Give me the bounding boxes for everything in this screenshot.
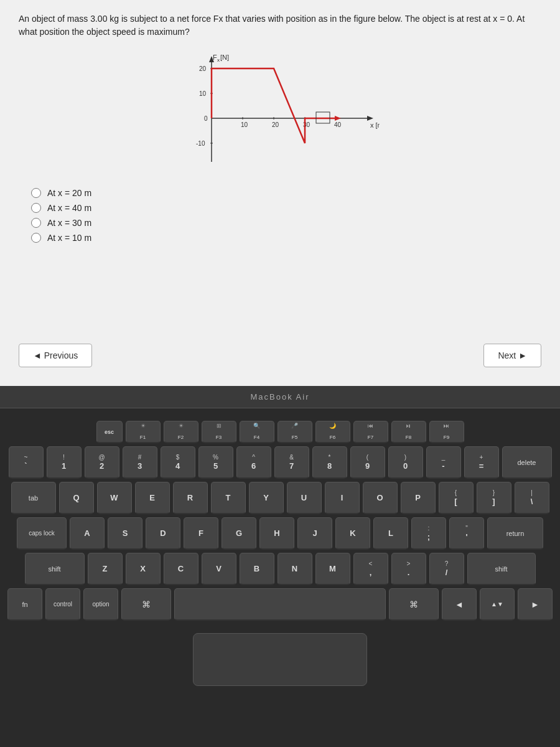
key-arrow-up-down: ▲ ▼: [480, 588, 515, 621]
option-c-label: At x = 30 m: [47, 218, 91, 228]
key-return[interactable]: return: [487, 517, 543, 550]
key-9[interactable]: (9: [350, 446, 385, 479]
key-d[interactable]: D: [146, 517, 180, 550]
svg-text:20: 20: [272, 121, 279, 128]
key-u[interactable]: U: [287, 482, 322, 514]
key-shift-right[interactable]: shift: [467, 553, 536, 585]
key-equals[interactable]: +=: [464, 446, 499, 479]
asdf-row: caps lock A S D F G H J K L :; "' return: [6, 517, 554, 550]
key-y[interactable]: Y: [249, 482, 284, 514]
key-f1[interactable]: ☀ F1: [126, 421, 161, 443]
key-f4[interactable]: 🔍 F4: [240, 421, 274, 443]
key-6[interactable]: ^6: [236, 446, 271, 479]
key-arrow-right[interactable]: ►: [518, 588, 553, 621]
key-1[interactable]: !1: [47, 446, 82, 479]
key-4[interactable]: $4: [161, 446, 195, 479]
key-k[interactable]: K: [335, 517, 370, 550]
key-m[interactable]: M: [315, 553, 350, 585]
key-i[interactable]: I: [325, 482, 360, 514]
fn-key-row: esc ☀ F1 ☀ F2 ⊞ F3 🔍 F4 🎤 F5 🌙: [6, 421, 554, 443]
key-v[interactable]: V: [202, 553, 236, 585]
key-delete[interactable]: delete: [502, 446, 552, 479]
key-x[interactable]: X: [126, 553, 161, 585]
key-e[interactable]: E: [135, 482, 170, 514]
svg-text:0: 0: [204, 115, 208, 122]
macbook-label: MacBook Air: [251, 392, 310, 402]
trackpad[interactable]: [193, 633, 367, 686]
nav-buttons: ◄ Previous Next ►: [19, 344, 541, 367]
key-semicolon[interactable]: :;: [411, 517, 446, 550]
key-w[interactable]: W: [97, 482, 132, 514]
key-8[interactable]: *8: [312, 446, 347, 479]
key-c[interactable]: C: [164, 553, 198, 585]
key-s[interactable]: S: [108, 517, 142, 550]
key-space[interactable]: [174, 588, 386, 621]
key-comma[interactable]: <,: [353, 553, 388, 585]
key-f5[interactable]: 🎤 F5: [278, 421, 312, 443]
key-tab[interactable]: tab: [11, 482, 56, 514]
key-control[interactable]: control: [45, 588, 80, 621]
key-f9[interactable]: ⏭ F9: [429, 421, 464, 443]
macbook-label-strip: MacBook Air: [0, 386, 560, 408]
zxcv-row: shift Z X C V B N M <, >. ?/ shift: [6, 553, 554, 585]
key-minus[interactable]: _-: [426, 446, 461, 479]
key-quote[interactable]: "': [449, 517, 484, 550]
option-d[interactable]: At x = 10 m: [31, 233, 541, 243]
key-2[interactable]: @2: [85, 446, 119, 479]
bottom-row: fn control option ⌘ ⌘ ◄ ▲ ▼: [6, 588, 554, 621]
key-arrow-left[interactable]: ◄: [442, 588, 477, 621]
next-button[interactable]: Next ►: [483, 344, 541, 367]
key-f2[interactable]: ☀ F2: [164, 421, 198, 443]
radio-b[interactable]: [31, 203, 41, 213]
svg-text:30: 30: [303, 121, 310, 128]
key-z[interactable]: Z: [88, 553, 123, 585]
key-n[interactable]: N: [278, 553, 312, 585]
key-caps-lock[interactable]: caps lock: [17, 517, 67, 550]
svg-text:F: F: [213, 54, 217, 61]
key-7[interactable]: &7: [274, 446, 309, 479]
svg-text:x [m]: x [m]: [370, 121, 380, 129]
key-3[interactable]: #3: [123, 446, 157, 479]
key-period[interactable]: >.: [391, 553, 426, 585]
option-a[interactable]: At x = 20 m: [31, 188, 541, 198]
option-c[interactable]: At x = 30 m: [31, 218, 541, 228]
key-f[interactable]: F: [184, 517, 218, 550]
key-fn[interactable]: fn: [7, 588, 42, 621]
radio-c[interactable]: [31, 218, 41, 228]
key-f7[interactable]: ⏮ F7: [353, 421, 388, 443]
key-b[interactable]: B: [240, 553, 274, 585]
key-f6[interactable]: 🌙 F6: [315, 421, 350, 443]
option-b[interactable]: At x = 40 m: [31, 203, 541, 213]
option-b-label: At x = 40 m: [47, 203, 91, 213]
radio-d[interactable]: [31, 233, 41, 243]
key-o[interactable]: O: [363, 482, 398, 514]
svg-text:40: 40: [334, 121, 342, 128]
key-a[interactable]: A: [70, 517, 105, 550]
key-f8[interactable]: ⏯ F8: [391, 421, 426, 443]
key-h[interactable]: H: [259, 517, 294, 550]
key-f3[interactable]: ⊞ F3: [202, 421, 236, 443]
key-option[interactable]: option: [83, 588, 118, 621]
previous-button[interactable]: ◄ Previous: [19, 344, 92, 367]
svg-text:10: 10: [241, 121, 248, 128]
key-q[interactable]: Q: [59, 482, 94, 514]
key-j[interactable]: J: [297, 517, 332, 550]
key-t[interactable]: T: [211, 482, 246, 514]
key-slash[interactable]: ?/: [429, 553, 464, 585]
key-esc[interactable]: esc: [96, 421, 123, 443]
key-bracket-close[interactable]: }]: [477, 482, 511, 514]
key-0[interactable]: )0: [388, 446, 423, 479]
key-tilde[interactable]: ~`: [9, 446, 44, 479]
trackpad-area: [193, 633, 367, 686]
radio-a[interactable]: [31, 188, 41, 198]
key-r[interactable]: R: [173, 482, 208, 514]
key-p[interactable]: P: [401, 482, 436, 514]
key-backslash[interactable]: |\: [515, 482, 549, 514]
key-command-right[interactable]: ⌘: [389, 588, 439, 621]
key-bracket-open[interactable]: {[: [439, 482, 474, 514]
key-command-left[interactable]: ⌘: [121, 588, 171, 621]
key-5[interactable]: %5: [198, 446, 233, 479]
key-l[interactable]: L: [373, 517, 408, 550]
key-g[interactable]: G: [222, 517, 256, 550]
key-shift-left[interactable]: shift: [25, 553, 85, 585]
